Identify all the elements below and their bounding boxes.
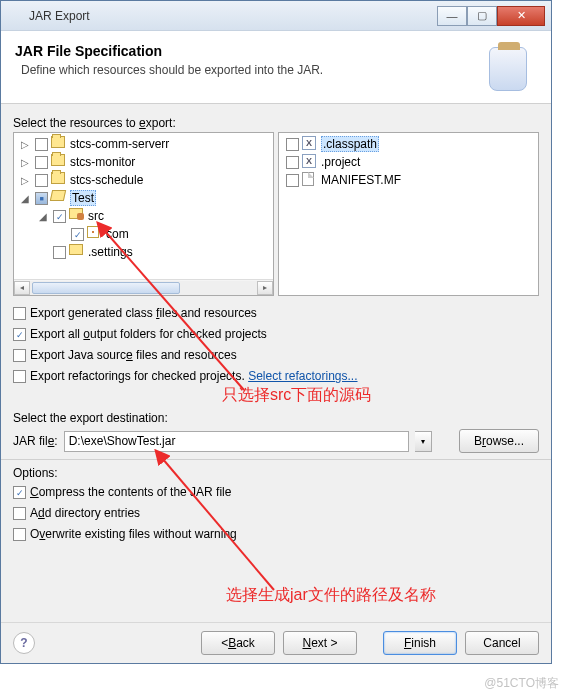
tree-item[interactable]: ▷stcs-schedule (14, 171, 273, 189)
help-button[interactable]: ? (13, 632, 35, 654)
tree-item[interactable]: ▷stcs-comm-serverr (14, 135, 273, 153)
export-output-folders-checkbox[interactable]: Export all output folders for checked pr… (13, 324, 539, 344)
titlebar[interactable]: JAR Export — ▢ ✕ (1, 1, 551, 31)
tree-item[interactable]: ▷stcs-monitor (14, 153, 273, 171)
expander-icon[interactable]: ◢ (18, 193, 32, 204)
scroll-thumb[interactable] (32, 282, 180, 294)
expander-icon[interactable]: ▷ (18, 175, 32, 186)
horizontal-scrollbar[interactable]: ◂ ▸ (14, 279, 273, 295)
file-item[interactable]: X.project (279, 153, 538, 171)
jar-icon (489, 43, 537, 91)
pkg-icon (87, 226, 103, 242)
checkbox-icon (13, 507, 26, 520)
page-title: JAR File Specification (15, 43, 489, 59)
export-java-source-checkbox[interactable]: Export Java source files and resources (13, 345, 539, 365)
checkbox-icon (13, 328, 26, 341)
export-generated-checkbox[interactable]: Export generated class files and resourc… (13, 303, 539, 323)
checkbox-icon (13, 349, 26, 362)
proj-icon (51, 136, 67, 152)
tree-item[interactable]: ◢src (14, 207, 273, 225)
file-item-label: MANIFEST.MF (321, 173, 401, 187)
button-bar: ? < Back Next > Finish Cancel (1, 622, 551, 663)
maximize-button[interactable]: ▢ (467, 6, 497, 26)
page-description: Define which resources should be exporte… (21, 63, 489, 77)
checkbox-icon (13, 486, 26, 499)
tree-item-label: src (88, 209, 104, 223)
proj-icon (51, 154, 67, 170)
tree-item-label: stcs-schedule (70, 173, 143, 187)
jar-file-input[interactable]: D:\exe\ShowTest.jar (64, 431, 409, 452)
tree-item[interactable]: com (14, 225, 273, 243)
expander-icon[interactable]: ▷ (18, 139, 32, 150)
checkbox-icon[interactable] (35, 156, 48, 169)
compress-checkbox[interactable]: Compress the contents of the JAR file (13, 482, 539, 502)
expander-icon[interactable]: ▷ (18, 157, 32, 168)
checkbox-icon[interactable] (53, 210, 66, 223)
checkbox-icon[interactable] (286, 156, 299, 169)
cancel-button[interactable]: Cancel (465, 631, 539, 655)
minimize-button[interactable]: — (437, 6, 467, 26)
app-icon (7, 8, 23, 24)
tree-item[interactable]: .settings (14, 243, 273, 261)
export-refactorings-checkbox[interactable]: Export refactorings for checked projects… (13, 366, 539, 386)
jar-file-dropdown-button[interactable]: ▾ (415, 431, 432, 452)
tree-item-label: stcs-monitor (70, 155, 135, 169)
checkbox-icon[interactable] (35, 192, 48, 205)
x-icon: X (302, 136, 318, 152)
watermark: @51CTO博客 (484, 675, 559, 692)
file-icon (302, 172, 318, 188)
checkbox-icon (13, 528, 26, 541)
tree-item-label: .settings (88, 245, 133, 259)
file-item-label: .project (321, 155, 360, 169)
proj-icon (51, 172, 67, 188)
file-list[interactable]: X.classpathX.projectMANIFEST.MF (278, 132, 539, 296)
finish-button[interactable]: Finish (383, 631, 457, 655)
scroll-right-button[interactable]: ▸ (257, 281, 273, 295)
add-directory-entries-checkbox[interactable]: Add directory entries (13, 503, 539, 523)
checkbox-icon[interactable] (286, 174, 299, 187)
window-title: JAR Export (29, 9, 437, 23)
tree-item-label: stcs-comm-serverr (70, 137, 169, 151)
destination-label: Select the export destination: (13, 411, 539, 425)
file-item[interactable]: X.classpath (279, 135, 538, 153)
x-icon: X (302, 154, 318, 170)
folder-icon (69, 244, 85, 260)
checkbox-icon[interactable] (53, 246, 66, 259)
resources-label: Select the resources to export: (13, 116, 539, 130)
checkbox-icon[interactable] (286, 138, 299, 151)
browse-button[interactable]: Browse... (459, 429, 539, 453)
back-button[interactable]: < Back (201, 631, 275, 655)
checkbox-icon (13, 307, 26, 320)
next-button[interactable]: Next > (283, 631, 357, 655)
tree-item[interactable]: ◢Test (14, 189, 273, 207)
overwrite-checkbox[interactable]: Overwrite existing files without warning (13, 524, 539, 544)
expander-icon[interactable]: ◢ (36, 211, 50, 222)
open-icon (51, 190, 67, 206)
close-button[interactable]: ✕ (497, 6, 545, 26)
tree-item-label: com (106, 227, 129, 241)
checkbox-icon[interactable] (35, 174, 48, 187)
jar-file-label: JAR file: (13, 434, 58, 448)
checkbox-icon (13, 370, 26, 383)
resource-tree[interactable]: ▷stcs-comm-serverr▷stcs-monitor▷stcs-sch… (13, 132, 274, 296)
file-item[interactable]: MANIFEST.MF (279, 171, 538, 189)
file-item-label: .classpath (321, 136, 379, 152)
src-icon (69, 208, 85, 224)
checkbox-icon[interactable] (71, 228, 84, 241)
select-refactorings-link[interactable]: Select refactorings... (248, 369, 357, 383)
options-heading: Options: (13, 466, 539, 480)
checkbox-icon[interactable] (35, 138, 48, 151)
dialog-window: JAR Export — ▢ ✕ JAR File Specification … (0, 0, 552, 664)
scroll-left-button[interactable]: ◂ (14, 281, 30, 295)
tree-item-label: Test (70, 190, 96, 206)
wizard-header: JAR File Specification Define which reso… (1, 31, 551, 104)
content-area: Select the resources to export: ▷stcs-co… (1, 104, 551, 549)
